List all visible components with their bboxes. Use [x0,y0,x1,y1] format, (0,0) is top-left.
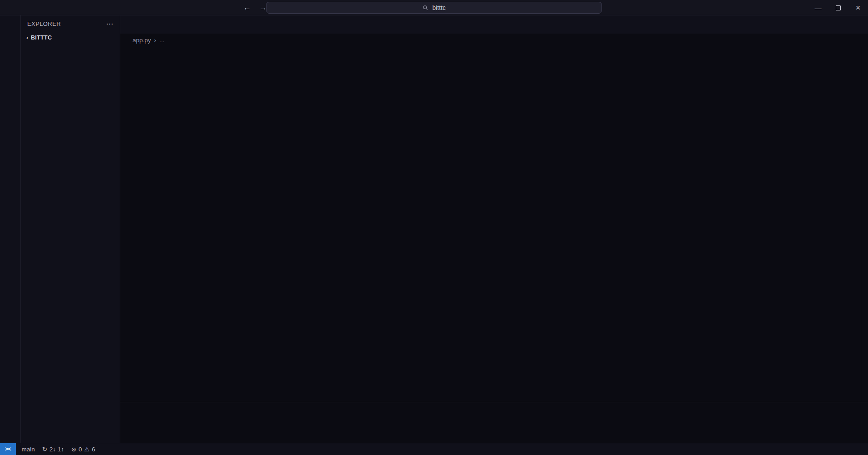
vscode-window: ← → bitttc — × EXPLORER ⋯ › BITTTC [0,0,868,455]
sync-counts: 2↓ 1↑ [49,446,64,453]
warning-count: 6 [92,446,95,453]
terminal-output[interactable] [120,417,807,443]
chevron-down-icon: › [24,35,31,41]
panel-tab-bar [120,402,868,417]
close-window-button[interactable]: × [848,0,868,15]
git-branch-item[interactable]: main [16,443,39,455]
search-value: bitttc [432,4,446,11]
breadcrumb-more[interactable]: ... [159,37,164,44]
file-tree [21,43,120,443]
bottom-panel [120,402,868,443]
warning-icon: ⚠ [84,446,89,453]
breadcrumb[interactable]: app.py › ... [120,34,868,46]
code-pane[interactable] [120,46,808,402]
back-icon[interactable]: ← [243,3,251,12]
activity-bar [0,15,21,443]
maximize-icon [836,5,841,10]
explorer-more-icon[interactable]: ⋯ [106,20,113,28]
editor-tab-bar [120,15,868,34]
explorer-title: EXPLORER [27,20,61,27]
search-icon [422,5,429,11]
title-bar: ← → bitttc — × [0,0,868,15]
overview-ruler[interactable] [861,46,868,402]
command-center-search[interactable]: bitttc [266,2,602,14]
history-nav: ← → [243,0,267,15]
terminal-list [807,417,868,443]
error-icon: ⊗ [71,446,76,453]
minimap[interactable] [808,46,861,402]
explorer-header: EXPLORER ⋯ [21,15,120,32]
breadcrumb-file[interactable]: app.py [133,37,151,44]
error-count: 0 [79,446,82,453]
sidebar-explorer: EXPLORER ⋯ › BITTTC [21,15,120,443]
maximize-button[interactable] [828,0,848,15]
status-bar: >< main ↻ 2↓ 1↑ ⊗ 0 ⚠ 6 [0,443,868,455]
code-editor [120,46,868,402]
problems-item[interactable]: ⊗ 0 ⚠ 6 [68,443,99,455]
project-name: BITTTC [31,35,52,41]
breadcrumb-separator-icon: › [154,37,157,44]
branch-name: main [22,446,35,453]
sync-icon: ↻ [42,446,47,453]
minimize-button[interactable]: — [808,0,828,15]
workbench: EXPLORER ⋯ › BITTTC app.py › ... [0,15,868,443]
panel-body [120,417,868,443]
remote-indicator[interactable]: >< [0,443,16,455]
editor-area: app.py › ... [120,15,868,443]
window-controls: — × [808,0,868,15]
git-sync-item[interactable]: ↻ 2↓ 1↑ [39,443,68,455]
project-section-header[interactable]: › BITTTC [21,32,120,43]
